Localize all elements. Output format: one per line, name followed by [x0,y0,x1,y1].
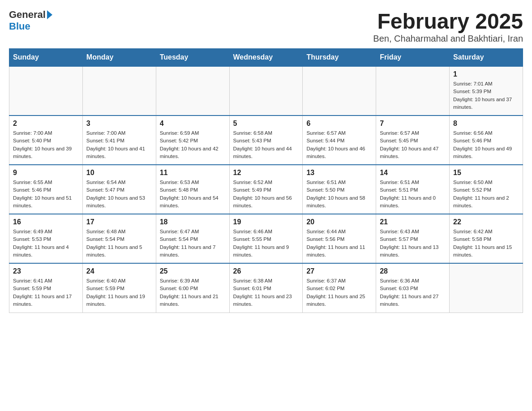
day-info: Sunrise: 6:50 AMSunset: 5:52 PMDaylight:… [453,179,519,210]
day-info: Sunrise: 6:51 AMSunset: 5:50 PMDaylight:… [306,179,372,210]
calendar-cell: 12Sunrise: 6:52 AMSunset: 5:49 PMDayligh… [229,165,303,214]
day-info: Sunrise: 6:48 AMSunset: 5:54 PMDaylight:… [86,228,152,259]
day-info: Sunrise: 6:52 AMSunset: 5:49 PMDaylight:… [233,179,299,210]
day-number: 25 [160,267,226,275]
calendar-cell: 20Sunrise: 6:44 AMSunset: 5:56 PMDayligh… [303,214,376,263]
calendar-cell: 4Sunrise: 6:59 AMSunset: 5:42 PMDaylight… [156,116,229,165]
logo-blue-text: Blue [9,21,30,32]
calendar-cell: 17Sunrise: 6:48 AMSunset: 5:54 PMDayligh… [82,214,156,263]
day-info: Sunrise: 6:55 AMSunset: 5:46 PMDaylight:… [13,179,79,210]
day-number: 3 [86,120,152,128]
day-info: Sunrise: 6:57 AMSunset: 5:44 PMDaylight:… [306,129,372,160]
day-number: 19 [233,218,299,226]
day-info: Sunrise: 6:42 AMSunset: 5:58 PMDaylight:… [453,228,519,259]
calendar-cell: 16Sunrise: 6:49 AMSunset: 5:53 PMDayligh… [9,214,83,263]
day-info: Sunrise: 6:49 AMSunset: 5:53 PMDaylight:… [13,228,79,259]
logo-arrow-icon [47,10,52,19]
logo: General Blue [9,9,54,32]
calendar-cell [450,263,523,313]
day-number: 12 [233,169,299,177]
day-number: 2 [13,120,79,128]
calendar-cell: 10Sunrise: 6:54 AMSunset: 5:47 PMDayligh… [82,165,156,214]
calendar-cell: 27Sunrise: 6:37 AMSunset: 6:02 PMDayligh… [303,263,376,313]
day-info: Sunrise: 6:47 AMSunset: 5:54 PMDaylight:… [160,228,226,259]
day-number: 11 [160,169,226,177]
day-number: 16 [13,218,79,226]
calendar-cell: 19Sunrise: 6:46 AMSunset: 5:55 PMDayligh… [229,214,303,263]
calendar-week-row: 9Sunrise: 6:55 AMSunset: 5:46 PMDaylight… [9,165,523,214]
calendar-cell: 6Sunrise: 6:57 AMSunset: 5:44 PMDaylight… [303,116,376,165]
day-number: 21 [380,218,446,226]
calendar-cell: 18Sunrise: 6:47 AMSunset: 5:54 PMDayligh… [156,214,229,263]
weekday-header-tuesday: Tuesday [156,49,229,67]
day-number: 24 [86,267,152,275]
month-title: February 2025 [373,9,523,34]
day-info: Sunrise: 6:37 AMSunset: 6:02 PMDaylight:… [306,277,372,308]
day-number: 20 [306,218,372,226]
day-info: Sunrise: 6:39 AMSunset: 6:00 PMDaylight:… [160,277,226,308]
calendar-week-row: 2Sunrise: 7:00 AMSunset: 5:40 PMDaylight… [9,116,523,165]
calendar-cell: 13Sunrise: 6:51 AMSunset: 5:50 PMDayligh… [303,165,376,214]
page-header: General Blue February 2025 Ben, Chaharma… [9,9,523,44]
day-info: Sunrise: 6:51 AMSunset: 5:51 PMDaylight:… [380,179,446,210]
day-number: 1 [453,70,519,78]
calendar-cell: 8Sunrise: 6:56 AMSunset: 5:46 PMDaylight… [450,116,523,165]
weekday-header-saturday: Saturday [450,49,523,67]
day-number: 18 [160,218,226,226]
weekday-header-friday: Friday [376,49,450,67]
weekday-header-sunday: Sunday [9,49,83,67]
weekday-header-thursday: Thursday [303,49,376,67]
calendar-cell [156,66,229,116]
day-number: 5 [233,120,299,128]
calendar-week-row: 1Sunrise: 7:01 AMSunset: 5:39 PMDaylight… [9,66,523,116]
calendar-cell: 23Sunrise: 6:41 AMSunset: 5:59 PMDayligh… [9,263,83,313]
calendar-week-row: 23Sunrise: 6:41 AMSunset: 5:59 PMDayligh… [9,263,523,313]
day-info: Sunrise: 6:53 AMSunset: 5:48 PMDaylight:… [160,179,226,210]
day-info: Sunrise: 7:00 AMSunset: 5:40 PMDaylight:… [13,129,79,160]
day-number: 10 [86,169,152,177]
day-info: Sunrise: 6:56 AMSunset: 5:46 PMDaylight:… [453,129,519,160]
day-info: Sunrise: 7:01 AMSunset: 5:39 PMDaylight:… [453,80,519,111]
day-number: 14 [380,169,446,177]
weekday-header-row: SundayMondayTuesdayWednesdayThursdayFrid… [9,49,523,67]
calendar-cell: 28Sunrise: 6:36 AMSunset: 6:03 PMDayligh… [376,263,450,313]
day-number: 23 [13,267,79,275]
day-info: Sunrise: 6:59 AMSunset: 5:42 PMDaylight:… [160,129,226,160]
title-section: February 2025 Ben, Chaharmahal and Bakht… [373,9,523,44]
day-number: 26 [233,267,299,275]
calendar-cell: 9Sunrise: 6:55 AMSunset: 5:46 PMDaylight… [9,165,83,214]
day-number: 7 [380,120,446,128]
day-number: 8 [453,120,519,128]
day-info: Sunrise: 6:41 AMSunset: 5:59 PMDaylight:… [13,277,79,308]
day-number: 13 [306,169,372,177]
day-number: 4 [160,120,226,128]
calendar-cell: 1Sunrise: 7:01 AMSunset: 5:39 PMDaylight… [450,66,523,116]
day-info: Sunrise: 6:43 AMSunset: 5:57 PMDaylight:… [380,228,446,259]
day-info: Sunrise: 6:58 AMSunset: 5:43 PMDaylight:… [233,129,299,160]
calendar-table: SundayMondayTuesdayWednesdayThursdayFrid… [9,48,523,313]
day-info: Sunrise: 6:38 AMSunset: 6:01 PMDaylight:… [233,277,299,308]
calendar-cell: 2Sunrise: 7:00 AMSunset: 5:40 PMDaylight… [9,116,83,165]
calendar-cell [9,66,83,116]
day-info: Sunrise: 6:44 AMSunset: 5:56 PMDaylight:… [306,228,372,259]
calendar-cell: 7Sunrise: 6:57 AMSunset: 5:45 PMDaylight… [376,116,450,165]
day-info: Sunrise: 6:46 AMSunset: 5:55 PMDaylight:… [233,228,299,259]
day-number: 9 [13,169,79,177]
weekday-header-wednesday: Wednesday [229,49,303,67]
logo-general-text: General [9,9,46,21]
weekday-header-monday: Monday [82,49,156,67]
calendar-cell: 21Sunrise: 6:43 AMSunset: 5:57 PMDayligh… [376,214,450,263]
calendar-cell: 14Sunrise: 6:51 AMSunset: 5:51 PMDayligh… [376,165,450,214]
day-info: Sunrise: 6:54 AMSunset: 5:47 PMDaylight:… [86,179,152,210]
calendar-cell: 24Sunrise: 6:40 AMSunset: 5:59 PMDayligh… [82,263,156,313]
calendar-cell [229,66,303,116]
calendar-cell: 25Sunrise: 6:39 AMSunset: 6:00 PMDayligh… [156,263,229,313]
day-number: 6 [306,120,372,128]
calendar-cell [82,66,156,116]
day-info: Sunrise: 7:00 AMSunset: 5:41 PMDaylight:… [86,129,152,160]
location-subtitle: Ben, Chaharmahal and Bakhtiari, Iran [373,34,523,44]
day-info: Sunrise: 6:57 AMSunset: 5:45 PMDaylight:… [380,129,446,160]
calendar-cell: 26Sunrise: 6:38 AMSunset: 6:01 PMDayligh… [229,263,303,313]
day-number: 22 [453,218,519,226]
calendar-cell: 22Sunrise: 6:42 AMSunset: 5:58 PMDayligh… [450,214,523,263]
